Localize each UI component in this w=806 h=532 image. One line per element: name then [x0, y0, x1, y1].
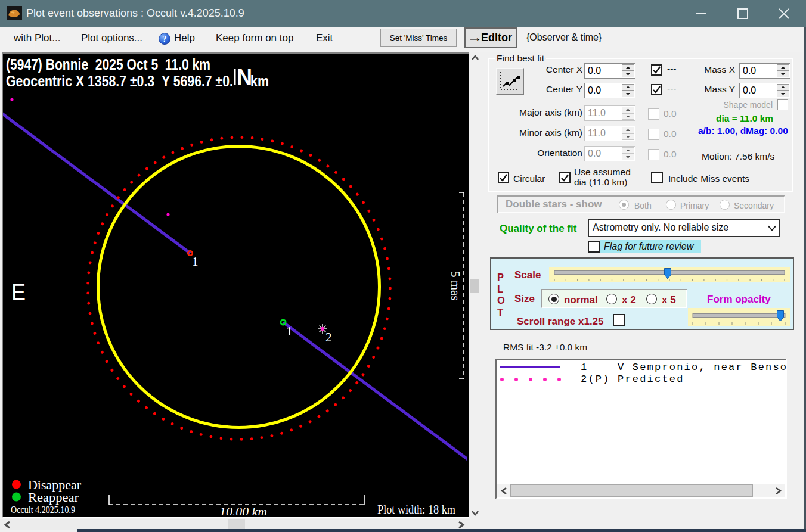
svg-text:10.00 km: 10.00 km — [219, 505, 267, 515]
svg-text:E: E — [11, 280, 26, 304]
svg-text:2: 2 — [326, 330, 332, 344]
svg-text:5 mas: 5 mas — [448, 271, 463, 301]
svg-text:1: 1 — [192, 254, 199, 269]
svg-text:Plot width: 18 km: Plot width: 18 km — [377, 503, 455, 515]
svg-text:?: ? — [163, 35, 167, 43]
svg-text:Reappear: Reappear — [28, 490, 79, 505]
svg-text:km: km — [250, 72, 269, 90]
svg-text:Occult 4.2025.10.9: Occult 4.2025.10.9 — [11, 504, 75, 515]
svg-text:1: 1 — [286, 324, 293, 338]
svg-text:Geocentric X 1358.7 ±0.3 Y 56: Geocentric X 1358.7 ±0.3 Y 5696.7 ±0. — [6, 72, 233, 90]
svg-text:N: N — [237, 65, 252, 89]
svg-text:(5947) Bonnie 2025 Oct 5 11.: (5947) Bonnie 2025 Oct 5 11.0 km — [6, 55, 210, 73]
